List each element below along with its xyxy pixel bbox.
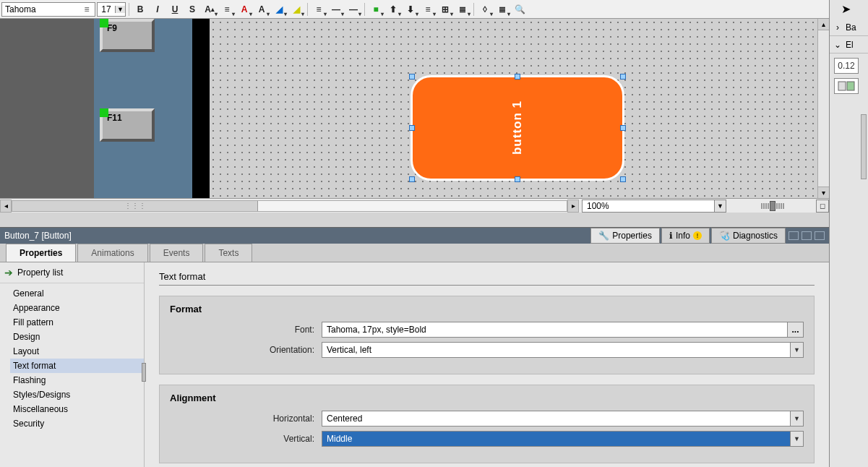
resize-handle[interactable] xyxy=(620,125,626,131)
send-back-button[interactable]: ⬇ xyxy=(403,2,418,17)
svg-rect-0 xyxy=(838,82,846,90)
dropdown-icon: ▼ xyxy=(790,432,803,446)
line-end-button[interactable]: — xyxy=(345,2,361,17)
font-color-button[interactable]: A xyxy=(236,2,252,17)
softkey-f9[interactable]: F9 xyxy=(100,19,155,52)
nav-splitter[interactable] xyxy=(140,262,147,467)
zoom-slider-knob[interactable] xyxy=(770,201,775,211)
zoom-slider[interactable] xyxy=(729,200,816,213)
field-label: Font: xyxy=(170,325,322,335)
resize-handle[interactable] xyxy=(620,74,626,80)
nav-item-layout[interactable]: Layout xyxy=(10,344,144,359)
underline-button[interactable]: U xyxy=(167,2,183,17)
align-horiz-button[interactable]: ≡ xyxy=(420,2,436,17)
dropdown-icon: ▼ xyxy=(714,200,726,212)
softkey-column: F9 F11 xyxy=(94,19,210,198)
scroll-track[interactable]: ⋮⋮⋮ xyxy=(12,200,567,212)
line-style-button[interactable]: ≡ xyxy=(311,2,327,17)
softkey-label: F11 xyxy=(107,113,122,123)
rotate-button[interactable]: ◊ xyxy=(477,2,493,17)
resize-handle[interactable] xyxy=(515,74,520,80)
device-bezel xyxy=(192,19,210,198)
pane-layout-button[interactable] xyxy=(802,231,812,240)
scroll-right-icon[interactable]: ▸ xyxy=(567,200,579,213)
nav-item-styles-designs[interactable]: Styles/Designs xyxy=(10,387,144,402)
highlight-button[interactable]: ◢ xyxy=(288,2,304,17)
scroll-thumb[interactable]: ⋮⋮⋮ xyxy=(12,201,258,211)
editor-horizontal-scrollbar[interactable]: ◂ ⋮⋮⋮ ▸ xyxy=(0,200,579,213)
property-detail: Text format Format Font: Tahoma, 17px, s… xyxy=(145,262,829,467)
subtab-events[interactable]: Events xyxy=(150,244,204,262)
align-button[interactable]: ≡ xyxy=(219,2,235,17)
tab-properties[interactable]: 🔧 Properties xyxy=(590,228,660,244)
flip-button[interactable]: ≣ xyxy=(494,2,510,17)
nav-item-flashing[interactable]: Flashing xyxy=(10,373,144,387)
font-outline-button[interactable]: A xyxy=(254,2,270,17)
nav-item-general[interactable]: General xyxy=(10,286,144,301)
resize-handle[interactable] xyxy=(409,125,415,131)
inspector-sub-tabs: Properties Animations Events Texts xyxy=(0,244,829,262)
nav-item-miscellaneous[interactable]: Miscellaneous xyxy=(10,402,144,416)
dropdown-icon: ≡ xyxy=(82,4,92,14)
resize-handle[interactable] xyxy=(515,176,520,182)
selected-button-object[interactable]: button 1 xyxy=(411,75,624,181)
italic-button[interactable]: I xyxy=(150,2,166,17)
zoom-fit-button[interactable]: ◻ xyxy=(816,200,829,213)
scroll-down-icon[interactable]: ▾ xyxy=(818,187,829,198)
vertical-select[interactable]: Middle ▼ xyxy=(322,431,804,447)
zoom-combo[interactable]: 100% ▼ xyxy=(582,200,726,213)
layer-button[interactable]: ■ xyxy=(368,2,384,17)
nav-item-text-format[interactable]: Text format xyxy=(10,359,144,373)
warning-badge-icon: ! xyxy=(693,231,702,240)
tab-diagnostics[interactable]: 🩺 Diagnostics xyxy=(711,228,786,244)
panel-section-basic[interactable]: › Ba xyxy=(830,19,868,36)
fill-color-button[interactable]: ◢ xyxy=(271,2,287,17)
bring-front-button[interactable]: ⬆ xyxy=(385,2,401,17)
zoom-button[interactable]: 🔍 xyxy=(512,2,528,17)
font-input[interactable]: Tahoma, 17px, style=Bold ... xyxy=(322,322,804,338)
pane-minimize-button[interactable] xyxy=(815,231,825,240)
subtab-texts[interactable]: Texts xyxy=(205,244,252,262)
field-value: Centered xyxy=(327,414,362,424)
distribute-button[interactable]: ≣ xyxy=(455,2,470,17)
property-nav-title: Property list xyxy=(17,267,63,278)
right-task-panel: ➤ › Ba ⌄ El 0.12 xyxy=(829,0,868,467)
orientation-select[interactable]: Vertical, left ▼ xyxy=(322,342,804,358)
element-switch-icon[interactable] xyxy=(834,78,859,94)
inspector-body: ➔ Property list General Appearance Fill … xyxy=(0,262,829,467)
browse-button-icon[interactable]: ... xyxy=(787,322,803,337)
font-size-combo[interactable]: 17 ▼ xyxy=(97,2,126,17)
strike-button[interactable]: S xyxy=(184,2,200,17)
tab-info[interactable]: ℹ Info ! xyxy=(661,228,710,244)
nav-item-design[interactable]: Design xyxy=(10,330,144,344)
softkey-label: F9 xyxy=(107,23,117,33)
horizontal-select[interactable]: Centered ▼ xyxy=(322,411,804,427)
field-value: Middle xyxy=(327,434,352,444)
font-name-combo[interactable]: Tahoma ≡ xyxy=(1,2,95,17)
resize-handle[interactable] xyxy=(409,176,415,182)
panel-section-elements[interactable]: ⌄ El xyxy=(830,36,868,53)
property-nav-header[interactable]: ➔ Property list xyxy=(0,262,144,283)
softkey-f11[interactable]: F11 xyxy=(100,108,155,142)
editor-vertical-scrollbar[interactable]: ▴ ▾ xyxy=(817,19,829,198)
element-iofield-icon[interactable]: 0.12 xyxy=(834,58,859,74)
align-vert-button[interactable]: ⊞ xyxy=(437,2,453,17)
subtab-animations[interactable]: Animations xyxy=(77,244,147,262)
subtab-properties[interactable]: Properties xyxy=(6,244,76,262)
design-surface[interactable]: button 1 xyxy=(210,19,829,198)
pointer-tool-icon[interactable]: ➤ xyxy=(841,2,851,16)
nav-item-fill-pattern[interactable]: Fill pattern xyxy=(10,315,144,330)
field-label: Vertical: xyxy=(170,434,322,444)
resize-handle[interactable] xyxy=(409,74,415,80)
scroll-up-icon[interactable]: ▴ xyxy=(818,19,829,30)
separator xyxy=(364,3,365,16)
nav-item-appearance[interactable]: Appearance xyxy=(10,301,144,315)
bold-button[interactable]: B xyxy=(132,2,148,17)
resize-handle[interactable] xyxy=(620,176,626,182)
pane-layout-button[interactable] xyxy=(788,231,799,240)
line-weight-button[interactable]: — xyxy=(328,2,344,17)
panel-scrollbar[interactable] xyxy=(861,114,867,179)
nav-item-security[interactable]: Security xyxy=(10,416,144,431)
font-grow-button[interactable]: A▴ xyxy=(202,2,218,17)
scroll-left-icon[interactable]: ◂ xyxy=(0,200,12,213)
